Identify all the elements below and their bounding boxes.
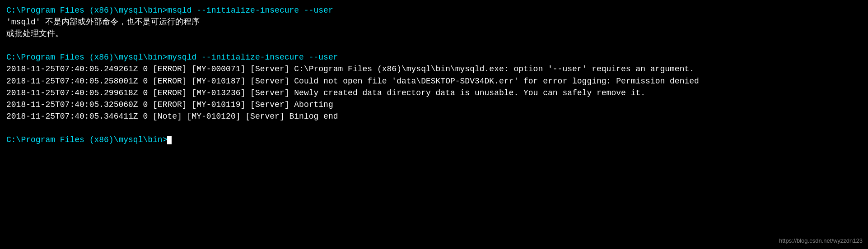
terminal-line [6,122,862,134]
terminal-line: C:\Program Files (x86)\mysql\bin>msqld -… [6,5,862,16]
terminal-window: C:\Program Files (x86)\mysql\bin>msqld -… [0,0,868,249]
terminal-output: C:\Program Files (x86)\mysql\bin>msqld -… [6,5,862,146]
terminal-line: 2018-11-25T07:40:05.258001Z 0 [ERROR] [M… [6,75,862,87]
terminal-line: 2018-11-25T07:40:05.325060Z 0 [ERROR] [M… [6,99,862,111]
terminal-line: 2018-11-25T07:40:05.299618Z 0 [ERROR] [M… [6,87,862,99]
terminal-line: 'msqld' 不是内部或外部命令，也不是可运行的程序 [6,16,862,28]
terminal-line [6,40,862,51]
watermark: https://blog.csdn.net/wyzzdn123 [779,237,863,245]
terminal-line: 2018-11-25T07:40:05.346411Z 0 [Note] [MY… [6,111,862,122]
terminal-line: 或批处理文件。 [6,28,862,40]
cursor [167,136,172,144]
terminal-line: C:\Program Files (x86)\mysql\bin> [6,134,862,146]
terminal-line: C:\Program Files (x86)\mysql\bin>mysqld … [6,51,862,63]
terminal-line: 2018-11-25T07:40:05.249261Z 0 [ERROR] [M… [6,63,862,75]
